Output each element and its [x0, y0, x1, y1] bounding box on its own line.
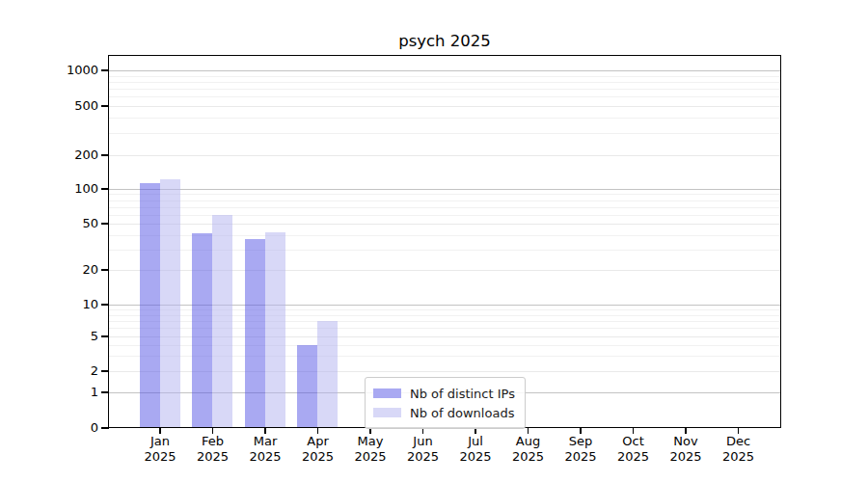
bar-distinct-ips: [297, 345, 317, 428]
bar-distinct-ips: [245, 239, 265, 428]
chart-canvas: psych 2025 Nb of distinct IPs Nb of down…: [0, 0, 868, 482]
bar-downloads: [212, 215, 232, 428]
y-tick-label: 100: [29, 180, 98, 198]
y-tick-mark: [101, 391, 109, 392]
gridline-minor: [108, 215, 781, 216]
y-tick-mark: [101, 269, 109, 270]
x-tick-label: Dec 2025: [705, 434, 773, 464]
gridline-minor: [108, 82, 781, 83]
gridline-major: [108, 189, 781, 190]
y-tick-label: 5: [29, 328, 98, 345]
gridline-minor: [108, 133, 781, 134]
y-tick-mark: [101, 69, 109, 70]
y-tick-mark: [101, 188, 109, 189]
y-tick-mark: [101, 223, 109, 224]
y-tick-label: 500: [29, 97, 98, 115]
y-tick-label: 1: [29, 384, 98, 401]
gridline-minor: [108, 201, 781, 201]
y-tick-mark: [101, 154, 109, 155]
gridline-minor: [108, 89, 781, 90]
legend-label-distinct-ips: Nb of distinct IPs: [410, 387, 515, 401]
gridline-major: [108, 70, 781, 71]
legend-swatch-downloads: [373, 408, 401, 417]
y-tick-label: 2: [29, 362, 98, 380]
bar-distinct-ips: [140, 183, 160, 428]
x-tick-mark: [528, 428, 529, 434]
gridline: [108, 106, 781, 107]
gridline-minor: [108, 207, 781, 208]
legend-row-distinct-ips: Nb of distinct IPs: [373, 384, 517, 403]
y-tick-mark: [101, 304, 109, 305]
y-tick-mark: [101, 370, 109, 371]
legend-row-downloads: Nb of downloads: [373, 403, 517, 422]
gridline-minor: [108, 118, 781, 119]
x-tick-mark: [738, 428, 739, 434]
gridline-minor: [108, 96, 781, 97]
gridline: [108, 224, 781, 225]
bar-downloads: [317, 321, 338, 428]
y-tick-label: 10: [29, 296, 98, 313]
bar-downloads: [160, 179, 180, 428]
y-tick-label: 20: [29, 261, 98, 279]
y-tick-mark: [101, 105, 109, 106]
plot-area: [108, 55, 781, 428]
gridline-minor: [108, 76, 781, 77]
legend-label-downloads: Nb of downloads: [410, 406, 514, 420]
chart-title: psych 2025: [300, 32, 589, 50]
gridline-minor: [108, 194, 781, 195]
x-tick-mark: [685, 428, 686, 434]
y-tick-label: 50: [29, 215, 98, 232]
x-tick-mark: [159, 428, 160, 434]
x-tick-mark: [212, 428, 213, 434]
y-tick-label: 200: [29, 147, 98, 164]
legend-swatch-distinct-ips: [373, 388, 401, 398]
y-tick-label: 1000: [29, 62, 98, 79]
y-tick-mark: [101, 427, 109, 428]
y-tick-mark: [101, 335, 109, 336]
gridline: [108, 155, 781, 156]
y-tick-label: 0: [29, 419, 98, 437]
x-tick-mark: [633, 428, 634, 434]
x-tick-mark: [264, 428, 265, 434]
x-tick-mark: [317, 428, 318, 434]
x-tick-mark: [580, 428, 581, 434]
bar-distinct-ips: [192, 233, 212, 428]
bar-downloads: [265, 232, 285, 428]
legend: Nb of distinct IPs Nb of downloads: [365, 377, 526, 429]
